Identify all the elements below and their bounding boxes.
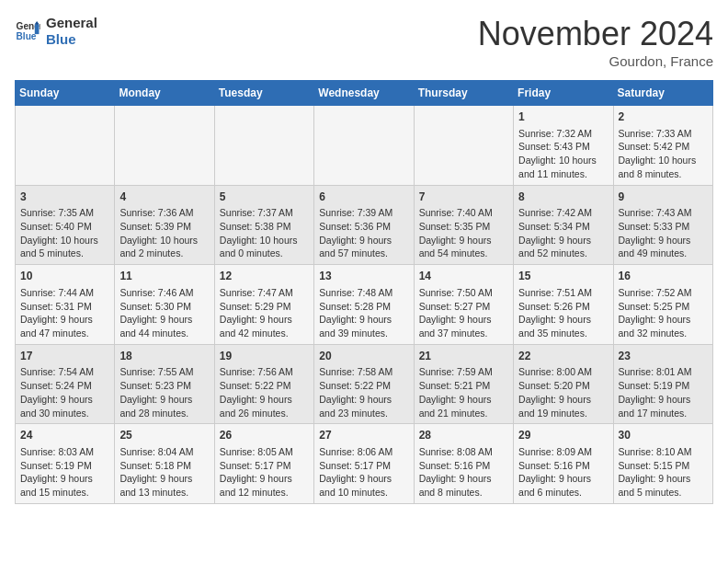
day-number: 25 — [119, 428, 209, 443]
day-info: Sunrise: 7:35 AM Sunset: 5:40 PM Dayligh… — [20, 206, 109, 260]
logo: General Blue General Blue — [15, 15, 97, 48]
calendar-header: SundayMondayTuesdayWednesdayThursdayFrid… — [16, 81, 713, 106]
svg-text:Blue: Blue — [17, 31, 37, 41]
day-info: Sunrise: 8:05 AM Sunset: 5:17 PM Dayligh… — [220, 445, 309, 500]
calendar-cell — [16, 106, 115, 186]
day-number: 19 — [220, 349, 309, 364]
svg-marker-2 — [35, 24, 40, 34]
calendar-cell: 17Sunrise: 7:54 AM Sunset: 5:24 PM Dayli… — [16, 344, 115, 424]
calendar-week: 1Sunrise: 7:32 AM Sunset: 5:43 PM Daylig… — [16, 106, 713, 186]
day-number: 24 — [20, 428, 109, 443]
day-number: 11 — [119, 269, 209, 284]
calendar-week: 24Sunrise: 8:03 AM Sunset: 5:19 PM Dayli… — [16, 424, 713, 504]
calendar-cell: 19Sunrise: 7:56 AM Sunset: 5:22 PM Dayli… — [214, 344, 313, 424]
logo-general: General — [46, 15, 97, 31]
calendar-cell: 7Sunrise: 7:40 AM Sunset: 5:35 PM Daylig… — [414, 185, 513, 265]
day-number: 4 — [119, 190, 209, 205]
day-info: Sunrise: 8:06 AM Sunset: 5:17 PM Dayligh… — [319, 445, 408, 500]
calendar-cell: 30Sunrise: 8:10 AM Sunset: 5:15 PM Dayli… — [613, 424, 712, 504]
day-info: Sunrise: 7:40 AM Sunset: 5:35 PM Dayligh… — [419, 206, 508, 260]
header: General Blue General Blue November 2024 … — [15, 15, 713, 69]
calendar: SundayMondayTuesdayWednesdayThursdayFrid… — [15, 80, 713, 504]
day-info: Sunrise: 7:36 AM Sunset: 5:39 PM Dayligh… — [119, 206, 209, 260]
day-info: Sunrise: 7:48 AM Sunset: 5:28 PM Dayligh… — [319, 286, 408, 340]
calendar-cell: 9Sunrise: 7:43 AM Sunset: 5:33 PM Daylig… — [613, 185, 712, 265]
header-day: Thursday — [414, 81, 513, 106]
day-number: 1 — [518, 109, 608, 125]
calendar-cell: 20Sunrise: 7:58 AM Sunset: 5:22 PM Dayli… — [314, 344, 414, 424]
day-info: Sunrise: 8:00 AM Sunset: 5:20 PM Dayligh… — [518, 365, 608, 419]
calendar-cell: 6Sunrise: 7:39 AM Sunset: 5:36 PM Daylig… — [314, 185, 414, 265]
day-info: Sunrise: 7:56 AM Sunset: 5:22 PM Dayligh… — [220, 365, 309, 419]
day-number: 23 — [619, 349, 708, 364]
calendar-cell: 15Sunrise: 7:51 AM Sunset: 5:26 PM Dayli… — [514, 265, 613, 345]
day-info: Sunrise: 7:55 AM Sunset: 5:23 PM Dayligh… — [119, 365, 209, 419]
day-number: 12 — [220, 269, 309, 284]
calendar-cell: 28Sunrise: 8:08 AM Sunset: 5:16 PM Dayli… — [414, 424, 513, 504]
day-info: Sunrise: 7:51 AM Sunset: 5:26 PM Dayligh… — [518, 286, 608, 340]
calendar-cell — [414, 106, 513, 186]
calendar-cell: 27Sunrise: 8:06 AM Sunset: 5:17 PM Dayli… — [314, 424, 414, 504]
logo-blue: Blue — [46, 31, 97, 48]
day-number: 14 — [419, 269, 508, 284]
day-number: 21 — [419, 349, 508, 364]
calendar-week: 17Sunrise: 7:54 AM Sunset: 5:24 PM Dayli… — [16, 344, 713, 424]
day-info: Sunrise: 7:47 AM Sunset: 5:29 PM Dayligh… — [220, 286, 309, 340]
day-number: 6 — [319, 190, 408, 205]
day-info: Sunrise: 7:46 AM Sunset: 5:30 PM Dayligh… — [119, 286, 209, 340]
calendar-cell — [314, 106, 414, 186]
day-info: Sunrise: 7:33 AM Sunset: 5:42 PM Dayligh… — [619, 127, 708, 181]
day-number: 3 — [20, 190, 109, 205]
day-number: 5 — [220, 190, 309, 205]
day-info: Sunrise: 7:37 AM Sunset: 5:38 PM Dayligh… — [220, 206, 309, 260]
calendar-cell: 22Sunrise: 8:00 AM Sunset: 5:20 PM Dayli… — [514, 344, 613, 424]
logo-icon: General Blue — [15, 18, 40, 44]
calendar-cell: 1Sunrise: 7:32 AM Sunset: 5:43 PM Daylig… — [514, 106, 613, 186]
day-number: 18 — [119, 349, 209, 364]
day-info: Sunrise: 7:43 AM Sunset: 5:33 PM Dayligh… — [619, 206, 708, 260]
title-area: November 2024 Gourdon, France — [478, 15, 713, 69]
day-number: 13 — [319, 269, 408, 284]
calendar-cell: 3Sunrise: 7:35 AM Sunset: 5:40 PM Daylig… — [16, 185, 115, 265]
day-info: Sunrise: 7:54 AM Sunset: 5:24 PM Dayligh… — [20, 365, 109, 419]
day-info: Sunrise: 7:32 AM Sunset: 5:43 PM Dayligh… — [518, 127, 608, 181]
header-day: Monday — [115, 81, 214, 106]
header-day: Sunday — [16, 81, 115, 106]
day-info: Sunrise: 8:04 AM Sunset: 5:18 PM Dayligh… — [119, 445, 209, 500]
calendar-cell: 12Sunrise: 7:47 AM Sunset: 5:29 PM Dayli… — [214, 265, 313, 345]
calendar-cell: 14Sunrise: 7:50 AM Sunset: 5:27 PM Dayli… — [414, 265, 513, 345]
header-day: Wednesday — [314, 81, 414, 106]
day-info: Sunrise: 7:52 AM Sunset: 5:25 PM Dayligh… — [619, 286, 708, 340]
day-number: 30 — [619, 428, 708, 443]
calendar-cell: 25Sunrise: 8:04 AM Sunset: 5:18 PM Dayli… — [115, 424, 214, 504]
day-number: 17 — [20, 349, 109, 364]
month-title: November 2024 — [478, 15, 713, 53]
day-info: Sunrise: 7:42 AM Sunset: 5:34 PM Dayligh… — [518, 206, 608, 260]
calendar-cell: 8Sunrise: 7:42 AM Sunset: 5:34 PM Daylig… — [514, 185, 613, 265]
day-info: Sunrise: 7:50 AM Sunset: 5:27 PM Dayligh… — [419, 286, 508, 340]
day-info: Sunrise: 7:58 AM Sunset: 5:22 PM Dayligh… — [319, 365, 408, 419]
header-day: Tuesday — [214, 81, 313, 106]
calendar-cell: 29Sunrise: 8:09 AM Sunset: 5:16 PM Dayli… — [514, 424, 613, 504]
calendar-cell — [115, 106, 214, 186]
header-day: Friday — [514, 81, 613, 106]
day-info: Sunrise: 8:01 AM Sunset: 5:19 PM Dayligh… — [619, 365, 708, 419]
calendar-cell: 21Sunrise: 7:59 AM Sunset: 5:21 PM Dayli… — [414, 344, 513, 424]
day-number: 28 — [419, 428, 508, 443]
calendar-cell — [214, 106, 313, 186]
calendar-week: 3Sunrise: 7:35 AM Sunset: 5:40 PM Daylig… — [16, 185, 713, 265]
day-info: Sunrise: 8:10 AM Sunset: 5:15 PM Dayligh… — [619, 445, 708, 500]
calendar-cell: 26Sunrise: 8:05 AM Sunset: 5:17 PM Dayli… — [214, 424, 313, 504]
calendar-cell: 2Sunrise: 7:33 AM Sunset: 5:42 PM Daylig… — [613, 106, 712, 186]
calendar-cell: 18Sunrise: 7:55 AM Sunset: 5:23 PM Dayli… — [115, 344, 214, 424]
header-day: Saturday — [613, 81, 712, 106]
day-number: 29 — [518, 428, 608, 443]
day-number: 20 — [319, 349, 408, 364]
day-number: 26 — [220, 428, 309, 443]
day-number: 15 — [518, 269, 608, 284]
calendar-cell: 16Sunrise: 7:52 AM Sunset: 5:25 PM Dayli… — [613, 265, 712, 345]
day-number: 7 — [419, 190, 508, 205]
day-number: 22 — [518, 349, 608, 364]
day-info: Sunrise: 7:44 AM Sunset: 5:31 PM Dayligh… — [20, 286, 109, 340]
day-number: 8 — [518, 190, 608, 205]
